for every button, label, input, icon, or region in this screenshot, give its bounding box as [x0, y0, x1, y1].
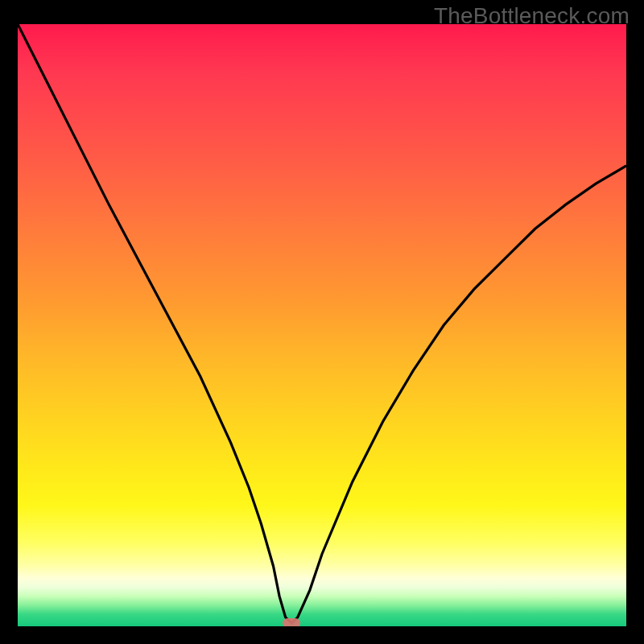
watermark-text: TheBottleneck.com	[434, 3, 630, 29]
curve-path	[18, 24, 626, 623]
chart-container: TheBottleneck.com	[0, 0, 644, 644]
plot-area	[18, 24, 626, 626]
bottleneck-curve	[18, 24, 626, 626]
minimum-marker	[283, 618, 300, 626]
